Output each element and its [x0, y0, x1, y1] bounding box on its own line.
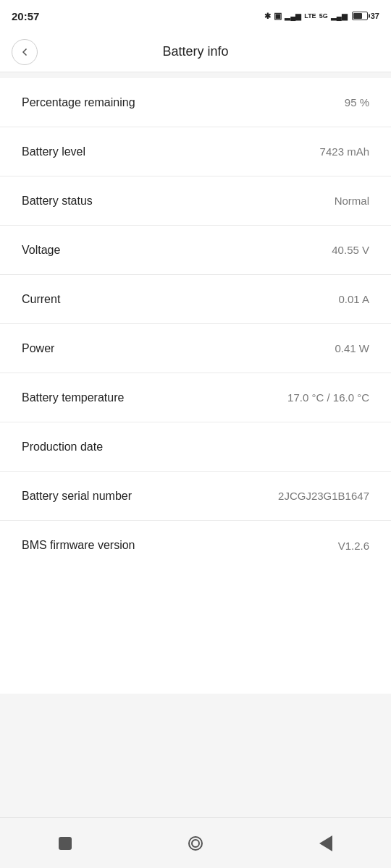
info-label: Percentage remaining — [22, 96, 135, 109]
status-time: 20:57 — [12, 10, 39, 22]
page-title: Battery info — [162, 44, 228, 59]
battery-info-list: Percentage remaining95 %Battery level742… — [0, 78, 391, 694]
info-label: Power — [22, 342, 54, 355]
battery-percent: 37 — [371, 12, 379, 20]
info-label: Current — [22, 293, 60, 306]
lte-badge: LTE — [304, 12, 316, 20]
network-icon: ▣ — [274, 11, 282, 21]
square-icon — [59, 837, 72, 850]
status-icons: ✱ ▣ ▂▄▆ LTE 5G ▂▄▆ 37 — [264, 11, 379, 21]
triangle-icon — [319, 835, 332, 851]
table-row: Battery temperature17.0 °C / 16.0 °C — [0, 373, 391, 422]
table-row: BMS firmware versionV1.2.6 — [0, 521, 391, 570]
signal2-icon: ▂▄▆ — [331, 12, 348, 20]
table-row: Voltage40.55 V — [0, 226, 391, 275]
info-value: 95 % — [345, 96, 369, 109]
back-icon — [19, 46, 30, 58]
table-row: Power0.41 W — [0, 324, 391, 373]
info-label: BMS firmware version — [22, 539, 135, 552]
nav-home-button[interactable] — [182, 830, 209, 856]
info-label: Battery temperature — [22, 391, 124, 404]
info-value: 7423 mAh — [320, 145, 369, 158]
spacer — [0, 694, 391, 817]
info-label: Battery level — [22, 145, 85, 158]
table-row: Production date — [0, 422, 391, 472]
table-row: Battery statusNormal — [0, 176, 391, 226]
battery-status-icon — [352, 12, 368, 20]
back-button[interactable] — [12, 39, 38, 65]
info-value: 40.55 V — [332, 244, 369, 256]
info-value: Normal — [335, 195, 369, 207]
bluetooth-icon: ✱ — [264, 12, 271, 21]
info-label: Battery serial number — [22, 490, 132, 503]
nav-bar — [0, 817, 391, 868]
table-row: Battery level7423 mAh — [0, 127, 391, 176]
circle-icon — [188, 836, 203, 851]
signal-icon: ▂▄▆ — [285, 12, 301, 20]
info-value: 17.0 °C / 16.0 °C — [287, 391, 369, 404]
info-value: 2JCGJ23G1B1647 — [278, 490, 369, 502]
info-value: V1.2.6 — [338, 540, 369, 552]
info-label: Production date — [22, 441, 103, 454]
info-value: 0.01 A — [338, 293, 369, 305]
5g-badge: 5G — [319, 12, 328, 20]
info-value: 0.41 W — [335, 342, 369, 354]
info-label: Voltage — [22, 244, 60, 257]
table-row: Current0.01 A — [0, 275, 391, 324]
toolbar: Battery info — [0, 32, 391, 72]
info-label: Battery status — [22, 195, 93, 208]
nav-back-button[interactable] — [313, 830, 339, 856]
table-row: Battery serial number2JCGJ23G1B1647 — [0, 472, 391, 521]
table-row: Percentage remaining95 % — [0, 78, 391, 127]
status-bar: 20:57 ✱ ▣ ▂▄▆ LTE 5G ▂▄▆ 37 — [0, 0, 391, 32]
nav-square-button[interactable] — [52, 830, 78, 856]
